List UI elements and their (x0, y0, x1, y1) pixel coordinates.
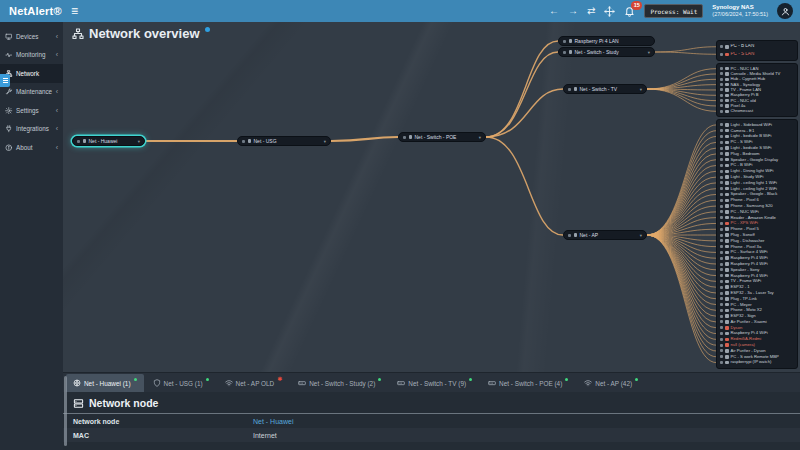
node-tab[interactable]: Net - Switch - POE (4) (481, 374, 575, 392)
network-node-pill[interactable]: Net - Switch - TV ▾ (563, 84, 647, 94)
device-row[interactable]: Console - Media Shield TV (720, 72, 794, 76)
detail-row-value[interactable]: Internet (253, 432, 277, 439)
notifications-button[interactable]: 15 (624, 6, 635, 17)
device-row[interactable]: PC - Surface 4 WiFi (720, 250, 794, 254)
device-row[interactable]: Light - Dining light WiFi (720, 169, 794, 173)
device-row[interactable]: Reader - Amazon Kindle (720, 216, 794, 220)
node-tab[interactable]: Net - AP (42) (577, 374, 645, 392)
network-node-pill[interactable]: Raspberry Pi 4 LAN (558, 36, 655, 46)
device-row[interactable]: Speaker - Sony (720, 268, 794, 272)
device-row[interactable]: Light - ceiling light 2 WiFi (720, 187, 794, 191)
sidebar-item[interactable]: Settings ‹ (0, 101, 63, 120)
device-row[interactable]: ESP32 - Sign (720, 314, 794, 318)
device-row[interactable]: Plug - Sonoff (720, 233, 794, 237)
device-row[interactable]: null (camera) (720, 343, 794, 347)
device-type-icon (725, 94, 729, 98)
device-row[interactable]: PC - S work Remote MBP (720, 355, 794, 359)
device-row[interactable]: PC - XPS WiFi (720, 221, 794, 225)
device-label: Raspberry Pi 4 WiFi (731, 256, 768, 260)
device-row[interactable]: Air Purifier - Dyson (720, 349, 794, 353)
device-row[interactable]: TV - Frame LAN (720, 88, 794, 92)
device-type-icon (725, 99, 729, 103)
refresh-icon[interactable]: ⇄ (587, 6, 595, 16)
network-node-pill[interactable]: Net - Huawei ▾ (72, 136, 145, 146)
device-row[interactable]: Dyson (720, 326, 794, 330)
device-row[interactable]: PC - B WiFi (720, 163, 794, 167)
network-node-pill[interactable]: Net - USG ▾ (237, 136, 331, 146)
sidebar-mini-toggle[interactable] (0, 74, 10, 87)
device-label: Light - bedside S WiFi (731, 146, 772, 150)
nav-back-icon[interactable]: ← (549, 6, 559, 16)
device-status-icon (720, 88, 723, 91)
device-row[interactable]: Light - Study WiFi (720, 175, 794, 179)
device-row[interactable]: Light - bedside B WiFi (720, 134, 794, 138)
device-row[interactable]: ESP32 - 1 (720, 285, 794, 289)
device-row[interactable]: TV - Frame WiFi (720, 279, 794, 283)
device-type-icon (725, 361, 729, 365)
account-info[interactable]: Synology NAS (27/06/2024, 17:50:51) (712, 4, 768, 18)
sidebar-item[interactable]: Devices ‹ (0, 27, 63, 46)
node-tab[interactable]: Net - Switch - Study (2) (291, 374, 388, 392)
device-label: Plug - TP-Link (731, 297, 757, 301)
device-row[interactable]: Speaker - Google Display (720, 158, 794, 162)
device-type-icon (725, 78, 729, 82)
pan-icon[interactable] (604, 6, 615, 17)
device-row[interactable]: Raspberry Pi 4 WiFi (720, 262, 794, 266)
device-row[interactable]: PC - Meyer (720, 303, 794, 307)
device-row[interactable]: Hub - Cygnett Hub (720, 77, 794, 81)
device-row[interactable]: Chromecast (720, 109, 794, 113)
node-tab[interactable]: Net - Huawei (1) (66, 374, 144, 392)
detail-panel-header: Network node (63, 392, 800, 414)
device-row[interactable]: Pixel 4a (720, 104, 794, 108)
nav-forward-icon[interactable]: → (568, 6, 578, 16)
node-label: Net - AP (580, 232, 599, 238)
avatar[interactable] (777, 3, 793, 19)
device-row[interactable]: PC - S LAN (720, 52, 794, 57)
node-tab[interactable]: Net - Switch - TV (9) (390, 374, 479, 392)
menu-toggle-icon[interactable]: ≡ (71, 5, 78, 17)
device-row[interactable]: Phone - Pixel 6 (720, 198, 794, 202)
tab-icon (584, 379, 592, 387)
device-row[interactable]: PC - NUC old (720, 99, 794, 103)
device-row[interactable]: Light - ceiling light 1 WiFi (720, 181, 794, 185)
device-row[interactable]: Camera - E1 (720, 129, 794, 133)
device-type-icon (725, 141, 729, 145)
node-tab[interactable]: Net - AP OLD (218, 374, 290, 392)
device-row[interactable]: PC - S WiFi (720, 140, 794, 144)
device-row[interactable]: PC - NUC LAN (720, 67, 794, 71)
device-row[interactable]: Raspberry Pi B (720, 93, 794, 97)
detail-row-value[interactable]: Net - Huawei (253, 418, 293, 425)
device-row[interactable]: Light - Sideboard WiFi (720, 123, 794, 127)
device-label: PC - Surface 4 WiFi (731, 250, 768, 254)
device-row[interactable]: Plug - Bedroom (720, 152, 794, 156)
device-row[interactable]: NAS - Synology (720, 83, 794, 87)
device-row[interactable]: Phone - Samsung S20 (720, 204, 794, 208)
device-row[interactable]: Phone - Pixel 5 (720, 227, 794, 231)
scrollbar-thumb[interactable] (64, 376, 67, 446)
device-row[interactable]: PC - NUC WiFi (720, 210, 794, 214)
device-row[interactable]: ESP32 - 3a - Laser Toy (720, 291, 794, 295)
network-node-pill[interactable]: Net - AP ▾ (563, 230, 647, 240)
device-row[interactable]: PC - B LAN (720, 44, 794, 49)
sidebar-item[interactable]: About ‹ (0, 138, 63, 157)
sidebar-item[interactable]: Integrations ‹ (0, 120, 63, 139)
device-row[interactable]: Air Purifier - Xiaomi (720, 320, 794, 324)
node-tab[interactable]: Net - USG (1) (146, 374, 216, 392)
device-row[interactable]: Redmi5A-Redmi (720, 337, 794, 341)
device-row[interactable]: Light - bedside S WiFi (720, 146, 794, 150)
device-row[interactable]: Raspberry Pi 4 WiFi (720, 274, 794, 278)
device-row[interactable]: Speaker - Google - Black (720, 192, 794, 196)
device-row[interactable]: Phone - Pixel 3a (720, 245, 794, 249)
account-timestamp: (27/06/2024, 17:50:51) (712, 11, 768, 18)
device-row[interactable]: raspberrypi (IP watch) (720, 360, 794, 364)
device-row[interactable]: Plug - Dishwasher (720, 239, 794, 243)
sidebar-item[interactable]: Monitoring ‹ (0, 46, 63, 65)
network-node-pill[interactable]: Net - Switch - POE ▾ (398, 132, 486, 142)
network-node-pill[interactable]: Net - Switch - Study ▾ (558, 47, 655, 57)
device-row[interactable]: Raspberry Pi 4 WiFi (720, 256, 794, 260)
device-label: Light - bedside B WiFi (731, 134, 772, 138)
device-row[interactable]: Plug - TP-Link (720, 297, 794, 301)
device-row[interactable]: Phone - Moto X2 (720, 308, 794, 312)
topology-canvas[interactable]: Network overview Net - Huawei ▾ Net - US… (63, 22, 800, 372)
device-row[interactable]: Raspberry Pi 4 WiFi (720, 331, 794, 335)
